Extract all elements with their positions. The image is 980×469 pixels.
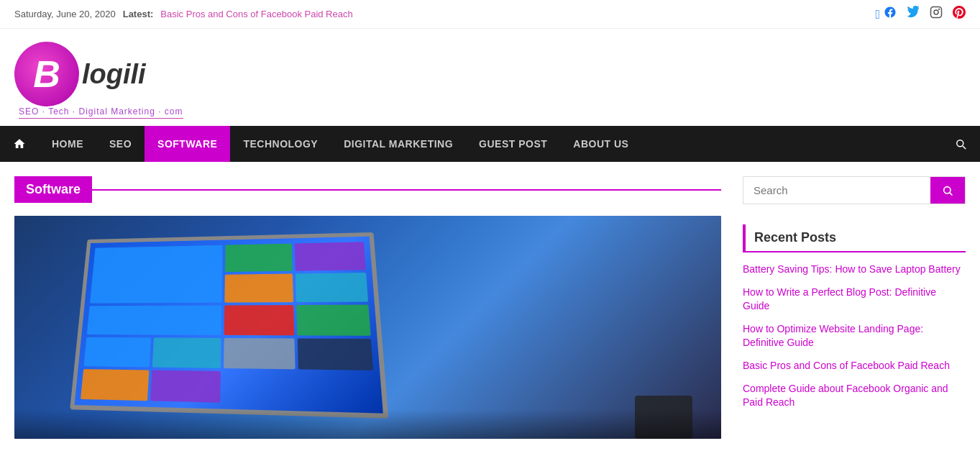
article-area: Software [14, 176, 721, 439]
nav-item-home[interactable]: HOME [39, 126, 96, 162]
recent-post-2[interactable]: How to Write a Perfect Blog Post: Defini… [743, 286, 966, 314]
logo-main: B logili [14, 42, 146, 106]
nav-search-icon[interactable] [941, 126, 980, 162]
logo-letter: B [33, 53, 60, 96]
search-widget [743, 176, 966, 204]
screen-content [75, 237, 383, 414]
search-input[interactable] [743, 177, 930, 204]
logo-container[interactable]: B logili SEO · Tech · Digital Marketing … [14, 42, 183, 119]
svg-rect-0 [931, 7, 942, 18]
search-button[interactable] [930, 177, 965, 204]
nav-home-icon[interactable] [0, 126, 39, 162]
laptop-screen [70, 232, 388, 419]
nav-item-seo[interactable]: SEO [96, 126, 145, 162]
section-title-label: Software [14, 176, 92, 203]
nav-item-digital-marketing[interactable]: DIGITAL MARKETING [331, 126, 466, 162]
navbar: HOME SEO SOFTWARE TECHNOLOGY DIGITAL MAR… [0, 126, 980, 162]
logo-area: B logili SEO · Tech · Digital Marketing … [0, 29, 980, 126]
logo-tagline: SEO · Tech · Digital Marketing · com [19, 106, 183, 119]
instagram-icon[interactable] [930, 6, 943, 22]
logo-text: logili [82, 59, 146, 90]
logo-circle: B [14, 42, 79, 106]
nav-item-software[interactable]: SOFTWARE [145, 126, 230, 162]
recent-posts-widget: Recent Posts Battery Saving Tips: How to… [743, 224, 966, 410]
recent-post-4[interactable]: Basic Pros and Cons of Facebook Paid Rea… [743, 359, 966, 373]
laptop-illustration [58, 230, 417, 439]
top-bar-left: Saturday, June 20, 2020 Latest: Basic Pr… [14, 9, 353, 19]
date: Saturday, June 20, 2020 [14, 9, 116, 19]
pinterest-icon[interactable] [953, 6, 966, 22]
svg-line-4 [950, 193, 952, 195]
sidebar: Recent Posts Battery Saving Tips: How to… [743, 176, 966, 439]
svg-point-1 [934, 10, 938, 14]
nav-item-guest-post[interactable]: GUEST POST [466, 126, 560, 162]
article-image[interactable] [14, 216, 721, 439]
recent-post-5[interactable]: Complete Guide about Facebook Organic an… [743, 382, 966, 410]
nav-item-about-us[interactable]: ABOUT US [560, 126, 641, 162]
nav-item-technology[interactable]: TECHNOLOGY [230, 126, 331, 162]
main-content: Software [0, 162, 980, 453]
twitter-icon[interactable] [907, 6, 920, 22]
latest-post-link[interactable]: Basic Pros and Cons of Facebook Paid Rea… [160, 9, 352, 19]
recent-post-3[interactable]: How to Optimize Website Landing Page: De… [743, 322, 966, 350]
latest-label: Latest: [123, 9, 154, 19]
facebook-icon[interactable]:  [875, 6, 897, 22]
recent-posts-title: Recent Posts [743, 224, 966, 252]
svg-point-2 [938, 9, 940, 10]
recent-post-1[interactable]: Battery Saving Tips: How to Save Laptop … [743, 263, 966, 277]
social-icons:  [875, 6, 966, 22]
section-title-line [92, 189, 721, 191]
top-bar: Saturday, June 20, 2020 Latest: Basic Pr… [0, 0, 980, 29]
image-overlay [14, 410, 721, 439]
section-title: Software [14, 176, 721, 203]
